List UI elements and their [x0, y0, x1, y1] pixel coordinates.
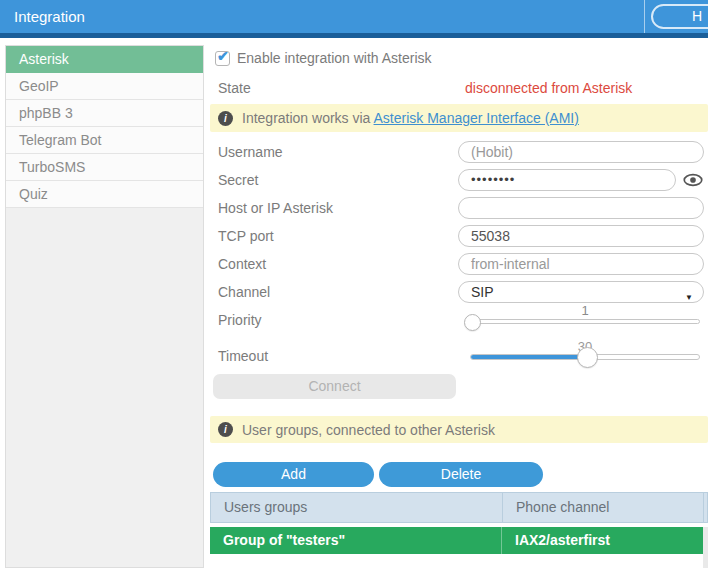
secret-input[interactable]: •••••••• [458, 169, 676, 191]
tcp-port-input[interactable]: 55038 [458, 225, 704, 247]
header-bar: Integration H [0, 0, 708, 33]
ami-info-banner: i Integration works via Asterisk Manager… [210, 104, 708, 132]
info-icon: i [218, 111, 233, 126]
username-label: Username [218, 141, 283, 163]
state-value: disconnected from Asterisk [465, 75, 632, 102]
timeout-label: Timeout [218, 345, 268, 367]
channel-label: Channel [218, 281, 270, 303]
column-header-users-groups: Users groups [211, 493, 502, 522]
sidebar-item-asterisk[interactable]: Asterisk [6, 46, 203, 73]
enable-integration-label: Enable integration with Asterisk [237, 45, 432, 72]
sidebar-item-quiz[interactable]: Quiz [6, 181, 203, 208]
groups-table-header: Users groups Phone channel [210, 492, 708, 523]
cell-users-group: Group of "testers" [210, 527, 501, 554]
enable-integration-checkbox[interactable]: ✔ [215, 51, 230, 66]
priority-label: Priority [218, 309, 262, 331]
secret-label: Secret [218, 169, 258, 191]
context-input[interactable]: from-internal [458, 253, 704, 275]
tcp-port-label: TCP port [218, 225, 274, 247]
context-label: Context [218, 253, 266, 275]
channel-selected-value: SIP [471, 284, 494, 300]
header-divider [644, 0, 645, 33]
help-button[interactable]: H [651, 4, 708, 29]
table-row[interactable]: Group of "testers" IAX2/asterfirst [210, 527, 703, 554]
host-input[interactable] [458, 197, 704, 219]
header-accent-strip [0, 33, 708, 38]
timeout-slider-fill [471, 355, 588, 359]
column-header-phone-channel: Phone channel [502, 493, 703, 522]
page-title: Integration [14, 0, 85, 33]
username-input[interactable]: (Hobit) [458, 141, 704, 163]
add-button[interactable]: Add [213, 462, 374, 487]
channel-select[interactable]: SIP ▼ [458, 281, 704, 303]
priority-slider-track[interactable] [470, 319, 700, 324]
table-header-gutter [703, 493, 707, 522]
timeout-slider-handle[interactable] [577, 347, 598, 368]
host-label: Host or IP Asterisk [218, 197, 333, 219]
cell-phone-channel: IAX2/asterfirst [501, 527, 703, 554]
state-label: State [218, 75, 251, 102]
delete-button[interactable]: Delete [379, 462, 543, 487]
sidebar-item-turbosms[interactable]: TurboSMS [6, 154, 203, 181]
checkmark-icon: ✔ [217, 48, 229, 64]
sidebar: Asterisk GeoIP phpBB 3 Telegram Bot Turb… [5, 45, 204, 568]
groups-banner-text: User groups, connected to other Asterisk [242, 422, 495, 438]
ami-link[interactable]: Asterisk Manager Interface (AMI) [374, 110, 579, 126]
table-scrollbar-track [703, 527, 708, 568]
connect-button[interactable]: Connect [213, 374, 456, 399]
sidebar-item-telegram-bot[interactable]: Telegram Bot [6, 127, 203, 154]
priority-value: 1 [470, 303, 700, 318]
integration-settings-page: Integration H Asterisk GeoIP phpBB 3 Tel… [0, 0, 708, 568]
show-password-eye-icon[interactable] [683, 172, 703, 188]
priority-slider-handle[interactable] [464, 314, 481, 331]
sidebar-item-phpbb3[interactable]: phpBB 3 [6, 100, 203, 127]
info-icon: i [218, 422, 233, 437]
groups-info-banner: i User groups, connected to other Asteri… [210, 416, 708, 443]
sidebar-item-geoip[interactable]: GeoIP [6, 73, 203, 100]
ami-banner-text: Integration works via Asterisk Manager I… [242, 110, 579, 126]
